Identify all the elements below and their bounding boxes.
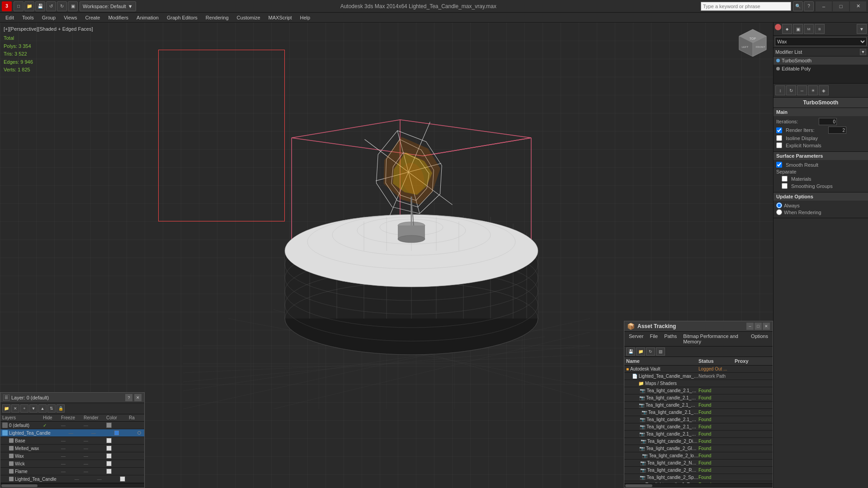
layers-lock-btn[interactable]: 🔒: [57, 404, 65, 413]
menu-views[interactable]: Views: [60, 13, 80, 23]
asset-row-png1[interactable]: 📷 Tea_light_candle_2.1_Diffuse.png Found: [624, 387, 773, 394]
asset-row-png2[interactable]: 📷 Tea_light_candle_2.1_Emissive.png Foun…: [624, 394, 773, 402]
layers-close-btn[interactable]: ✕: [134, 394, 142, 401]
menu-maxscript[interactable]: MAXScript: [265, 13, 296, 23]
asset-row-png13[interactable]: 📷 Tea_light_candle_2_Specular.png Found: [624, 474, 773, 481]
render-iters-checkbox[interactable]: [776, 127, 782, 133]
show-map-btn[interactable]: M: [804, 24, 814, 34]
asset-menu-paths[interactable]: Paths: [661, 333, 679, 345]
main-section-header[interactable]: Main: [774, 108, 868, 116]
asset-menu-options[interactable]: Options: [748, 333, 771, 345]
layer-color-ltc2[interactable]: [120, 476, 125, 482]
layer-row[interactable]: Lighted_Tea_Candle — —: [0, 429, 144, 437]
layer-row-flame[interactable]: Flame — —: [0, 468, 144, 475]
move-btn[interactable]: ↕: [775, 85, 785, 95]
layers-add-btn[interactable]: +: [20, 404, 28, 413]
asset-save-btn[interactable]: 💾: [626, 347, 635, 356]
materials-checkbox[interactable]: [782, 176, 788, 182]
workspace-dropdown[interactable]: Workspace: Default ▼: [80, 1, 136, 11]
layers-scrollbar[interactable]: [0, 483, 144, 488]
surface-params-header[interactable]: Surface Parameters: [774, 152, 868, 160]
layer-color-wax[interactable]: [106, 453, 112, 459]
asset-row-png12[interactable]: 📷 Tea_light_candle_2_Refract.png Found: [624, 467, 773, 474]
explicit-normals-checkbox[interactable]: [776, 142, 782, 148]
light-btn[interactable]: ☀: [808, 85, 818, 95]
navigation-cube[interactable]: TOP LEFT FRONT: [737, 27, 769, 59]
menu-tools[interactable]: Tools: [19, 13, 38, 23]
layers-delete-btn[interactable]: ✕: [11, 404, 19, 413]
render-setup-btn[interactable]: ▣: [68, 1, 78, 11]
background-btn[interactable]: B: [815, 24, 825, 34]
layer-row-wick[interactable]: Wick — —: [0, 460, 144, 468]
menu-modifiers[interactable]: Modifiers: [104, 13, 132, 23]
asset-row-png9[interactable]: 📷 Tea_light_candle_2_Glossiness.png Foun…: [624, 445, 773, 452]
asset-row-png11[interactable]: 📷 Tea_light_candle_2_Normal.png Found: [624, 460, 773, 467]
asset-minimize-btn[interactable]: –: [746, 323, 754, 330]
layers-up-btn[interactable]: ▲: [38, 404, 47, 413]
modifier-list-dropdown[interactable]: ▼: [860, 49, 866, 55]
asset-open-btn[interactable]: 📁: [636, 347, 645, 356]
object-dropdown[interactable]: Wax: [775, 37, 867, 46]
layers-help-btn[interactable]: ?: [125, 394, 132, 401]
menu-edit[interactable]: Edit: [2, 13, 18, 23]
asset-row-png5[interactable]: 📷 Tea_light_candle_2.1_Normal.png Found: [624, 416, 773, 423]
asset-row-png8[interactable]: 📷 Tea_light_candle_2_Diffuse.png Found: [624, 438, 773, 445]
layer-color-wick[interactable]: [106, 461, 112, 466]
render-iters-input[interactable]: [828, 127, 846, 134]
undo-btn[interactable]: ↺: [46, 1, 56, 11]
menu-help[interactable]: Help: [297, 13, 314, 23]
layer-color-base[interactable]: [106, 438, 112, 443]
maximize-btn[interactable]: □: [833, 1, 849, 11]
asset-row-maxfile[interactable]: 📄 Lighted_Tea_Candle_max_vray.max Networ…: [624, 373, 773, 380]
render-material-btn[interactable]: ▣: [793, 24, 803, 34]
help-btn[interactable]: ?: [804, 1, 814, 11]
iterations-input[interactable]: [819, 118, 837, 125]
asset-row-png4[interactable]: 📷 Tea_light_candle_2.1_lor.png Found: [624, 409, 773, 416]
redo-btn[interactable]: ↻: [57, 1, 67, 11]
asset-row-vault[interactable]: ■ Autodesk Vault Logged Out ...: [624, 366, 773, 373]
update-options-header[interactable]: Update Options: [774, 192, 868, 201]
layer-row-wax[interactable]: Wax — —: [0, 452, 144, 460]
layer-color-flame[interactable]: [106, 469, 112, 474]
asset-menu-file[interactable]: File: [647, 333, 660, 345]
asset-restore-btn[interactable]: □: [755, 323, 762, 330]
panel-opt-btn[interactable]: ▼: [857, 24, 867, 34]
layers-open-btn[interactable]: 📁: [2, 404, 10, 413]
layer-row-meltedwax[interactable]: Melted_wax — —: [0, 445, 144, 452]
menu-rendering[interactable]: Rendering: [202, 13, 232, 23]
scale-btn[interactable]: ↔: [797, 85, 807, 95]
asset-menu-server[interactable]: Server: [626, 333, 646, 345]
menu-group[interactable]: Group: [38, 13, 60, 23]
layer-row-base[interactable]: Base — —: [0, 437, 144, 445]
rotate-btn[interactable]: ↻: [786, 85, 796, 95]
isoline-checkbox[interactable]: [776, 135, 782, 141]
layers-sort-btn[interactable]: ⇅: [47, 404, 56, 413]
when-rendering-radio[interactable]: [776, 209, 782, 215]
search-input[interactable]: [701, 2, 791, 11]
menu-animation[interactable]: Animation: [133, 13, 162, 23]
asset-scrollbar[interactable]: [624, 483, 773, 488]
asset-row-png10[interactable]: 📷 Tea_light_candle_2_lor.png Found: [624, 452, 773, 460]
layer-color-meltedwax[interactable]: [106, 446, 112, 451]
open-btn[interactable]: 📁: [24, 1, 34, 11]
menu-customize[interactable]: Customize: [233, 13, 264, 23]
layer-row[interactable]: 0 (default) ✓ — —: [0, 422, 144, 429]
menu-graph-editors[interactable]: Graph Editors: [163, 13, 201, 23]
asset-row-png3[interactable]: 📷 Tea_light_candle_2.1_Glossiness.png Fo…: [624, 402, 773, 409]
help-search-btn[interactable]: 🔍: [793, 1, 803, 11]
modifier-turbosmooth[interactable]: TurboSmooth: [774, 56, 868, 65]
menu-create[interactable]: Create: [81, 13, 104, 23]
layer-color-selected[interactable]: [114, 430, 119, 436]
minimize-btn[interactable]: –: [816, 1, 832, 11]
layers-down-btn[interactable]: ▼: [29, 404, 38, 413]
asset-refresh-btn[interactable]: ↻: [646, 347, 655, 356]
layer-row-ltc2[interactable]: Lighted_Tea_Candle — —: [0, 475, 144, 483]
always-radio[interactable]: [776, 202, 782, 208]
close-btn[interactable]: ✕: [850, 1, 866, 11]
asset-row-png6[interactable]: 📷 Tea_light_candle_2.1_Opacity.png Found: [624, 423, 773, 431]
new-btn[interactable]: □: [14, 1, 24, 11]
asset-close-btn[interactable]: ✕: [763, 323, 770, 330]
asset-menu-bitmap-perf[interactable]: Bitmap Performance and Memory: [680, 333, 747, 345]
smoothing-groups-checkbox[interactable]: [782, 183, 788, 189]
smooth-result-checkbox[interactable]: [776, 162, 782, 168]
